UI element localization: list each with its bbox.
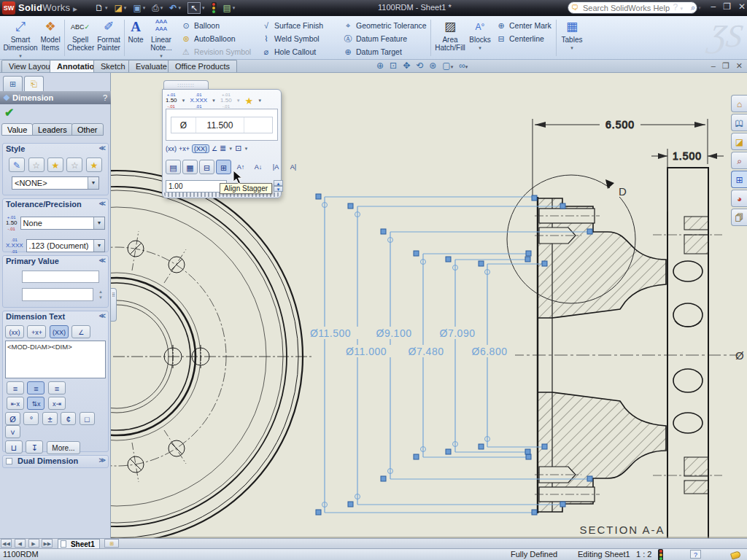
grid-dims-button[interactable]: ▦ bbox=[182, 160, 198, 174]
property-manager-tab[interactable]: ⎗ bbox=[24, 76, 44, 91]
dropdown-icon[interactable]: ▼ bbox=[182, 98, 186, 103]
tolerance-group-header[interactable]: Tolerance/Precision≪ bbox=[3, 199, 108, 210]
symbol-more-dropdown[interactable]: ˅ bbox=[5, 425, 20, 438]
symbol-diameter-button[interactable]: Ø bbox=[5, 412, 20, 425]
custom-properties-icon[interactable]: 🗍 bbox=[731, 209, 747, 226]
style-dropdown[interactable]: <NONE>▼ bbox=[12, 176, 99, 190]
align-right-button[interactable]: A| bbox=[285, 160, 301, 174]
close-button[interactable]: ✕ bbox=[738, 1, 746, 12]
file-explorer-icon[interactable]: ◪ bbox=[731, 133, 747, 150]
save-button[interactable]: ▣▾ bbox=[133, 3, 145, 13]
tab-office-products[interactable]: Office Products bbox=[168, 60, 237, 72]
palette-precision-icon[interactable]: .01X.XXX.01 bbox=[190, 92, 208, 109]
surface-finish-button[interactable]: √Surface Finish bbox=[261, 19, 323, 32]
create-style-icon[interactable]: ✎ bbox=[9, 158, 25, 172]
symbol-centerline-button[interactable]: ¢ bbox=[61, 412, 76, 425]
autoballoon-button[interactable]: ⊛AutoBalloon bbox=[181, 32, 251, 45]
balloon-button[interactable]: ⊙Balloon bbox=[181, 19, 251, 32]
symbol-square-button[interactable]: □ bbox=[80, 412, 95, 425]
help-menu[interactable]: ? ▾ bbox=[673, 2, 683, 12]
dimension-text-box[interactable]: <MOD-DIAM><DIM> bbox=[5, 341, 106, 378]
options-button[interactable]: ▤▾ bbox=[223, 3, 236, 13]
primary-name-field[interactable] bbox=[22, 271, 99, 283]
spell-checker-button[interactable]: ABC✓ Spell Checker bbox=[67, 18, 93, 58]
centerline-button[interactable]: ⊟Centerline bbox=[496, 32, 551, 45]
rebuild-traffic-icon[interactable] bbox=[212, 2, 217, 14]
pm-tab-other[interactable]: Other bbox=[71, 123, 104, 136]
bracket-button[interactable]: ⊔ bbox=[5, 440, 23, 454]
align-stagger-button[interactable]: ⊞ bbox=[216, 160, 231, 174]
appearances-icon[interactable]: ◕ bbox=[731, 190, 747, 207]
palette-tolerance-icon[interactable]: +.011.50-.01 bbox=[166, 92, 177, 109]
next-sheet-button[interactable]: ▶ bbox=[28, 539, 39, 548]
undo-button[interactable]: ↶▾ bbox=[169, 3, 181, 13]
palette-witness-button[interactable]: ⊡ bbox=[235, 144, 241, 153]
justify-left-button[interactable]: ≡ bbox=[7, 381, 24, 394]
section-view[interactable]: D bbox=[507, 168, 738, 538]
spacing-spinner[interactable]: ▲▼ bbox=[274, 180, 283, 192]
delete-style-icon[interactable]: ★ bbox=[47, 158, 63, 172]
datum-feature-button[interactable]: ⒶDatum Feature bbox=[343, 32, 427, 45]
tab-sketch[interactable]: Sketch bbox=[93, 60, 133, 72]
more-button[interactable]: More... bbox=[47, 441, 80, 454]
smart-dimension-button[interactable]: ⤢ Smart Dimension▾ bbox=[3, 18, 38, 58]
dimension-text-header[interactable]: Dimension Text≪ bbox=[3, 311, 108, 322]
dropdown-icon[interactable]: ▼ bbox=[212, 98, 216, 103]
style-group-header[interactable]: Style≪ bbox=[3, 144, 108, 155]
search-input[interactable] bbox=[581, 3, 688, 13]
revision-symbol-button[interactable]: ⚠Revision Symbol bbox=[181, 45, 251, 58]
search-pane-icon[interactable]: ⌕ bbox=[731, 152, 747, 169]
rotate-view-icon[interactable]: ⟲ bbox=[416, 61, 423, 71]
diameter-dim-labels[interactable]: Ø11.500 Ø11.000 Ø9.100 Ø7.480 Ø7.090 Ø6.… bbox=[303, 327, 515, 357]
stagger-spacing-input[interactable] bbox=[166, 180, 227, 192]
display-style-icon[interactable]: ∞▾ bbox=[459, 61, 468, 71]
prev-sheet-button[interactable]: ◀ bbox=[15, 539, 26, 548]
palette-x-button[interactable]: +x+ bbox=[179, 145, 190, 152]
inspection-button[interactable]: ↧ bbox=[26, 440, 43, 454]
symbol-degree-button[interactable]: ° bbox=[23, 412, 39, 425]
align-bottom-button[interactable]: A↓ bbox=[250, 160, 266, 174]
diameter-symbol-cell[interactable]: Ø bbox=[171, 117, 196, 133]
palette-dual-precision-icon[interactable]: +.011.50-.01 bbox=[220, 92, 232, 109]
view-orientation-icon[interactable]: ▢▾ bbox=[442, 61, 453, 71]
hole-callout-button[interactable]: ⌀Hole Callout bbox=[261, 45, 323, 58]
break-lines-button[interactable]: ▤ bbox=[166, 160, 181, 174]
dropdown-icon[interactable]: ▼ bbox=[258, 98, 262, 103]
resources-home-icon[interactable]: ⌂ bbox=[731, 95, 747, 112]
dual-dimension-header[interactable]: Dual Dimension≫ bbox=[3, 456, 108, 467]
tolerance-dropdown[interactable]: None▼ bbox=[20, 217, 105, 230]
status-help-icon[interactable]: ? bbox=[690, 550, 701, 559]
justify-right-button[interactable]: ≡ bbox=[48, 381, 66, 394]
geometric-tolerance-button[interactable]: ⌖Geometric Tolerance bbox=[343, 19, 427, 32]
dual-dimension-checkbox[interactable] bbox=[6, 458, 12, 464]
linear-stagger-button[interactable]: ⊟ bbox=[199, 160, 214, 174]
blocks-button[interactable]: A° Blocks▾ bbox=[467, 18, 493, 58]
dimtext-angle-button[interactable]: ∠ bbox=[71, 325, 90, 338]
palette-style-star-icon[interactable]: ★ bbox=[245, 96, 254, 106]
palette-xx-button[interactable]: (xx) bbox=[166, 145, 177, 152]
note-button[interactable]: A Note bbox=[126, 18, 145, 58]
palette-justify-button[interactable]: ≣ bbox=[220, 144, 226, 153]
palette-angle-button[interactable]: ∠ bbox=[212, 145, 217, 152]
load-style-icon[interactable]: ★ bbox=[86, 158, 102, 172]
status-traffic-icon[interactable] bbox=[658, 549, 663, 560]
sheet1-tab[interactable]: Sheet1 bbox=[58, 539, 100, 548]
area-hatch-button[interactable]: ▨ Area Hatch/Fill bbox=[435, 18, 465, 58]
magnify-icon[interactable]: ⊛ bbox=[429, 61, 436, 71]
zoom-fit-icon[interactable]: ⊕ bbox=[376, 61, 384, 71]
ok-check-icon[interactable]: ✔ bbox=[4, 106, 14, 120]
search-icon[interactable]: ⌕ bbox=[691, 3, 695, 12]
restore-button[interactable]: ❐ bbox=[723, 1, 731, 12]
dimtext-xx-button[interactable]: (xx) bbox=[5, 325, 24, 338]
status-tag-icon[interactable] bbox=[731, 551, 740, 560]
precision-dropdown[interactable]: .123 (Document)▼ bbox=[26, 239, 105, 252]
doc-minimize-button[interactable]: – bbox=[711, 61, 716, 71]
dimtext-XX-button[interactable]: (XX) bbox=[50, 325, 69, 338]
value-spinner[interactable]: ▲▼ bbox=[98, 289, 103, 300]
minimize-button[interactable]: – bbox=[711, 1, 716, 12]
primary-value-field[interactable]: ▲▼ bbox=[22, 288, 93, 301]
linear-note-button[interactable]: AAAAAA Linear Note...▾ bbox=[146, 18, 177, 58]
search-dropdown-icon[interactable]: ▾ bbox=[698, 5, 701, 11]
first-sheet-button[interactable]: ◀◀ bbox=[1, 539, 12, 548]
add-sheet-tab[interactable]: ⊞ bbox=[104, 539, 119, 548]
